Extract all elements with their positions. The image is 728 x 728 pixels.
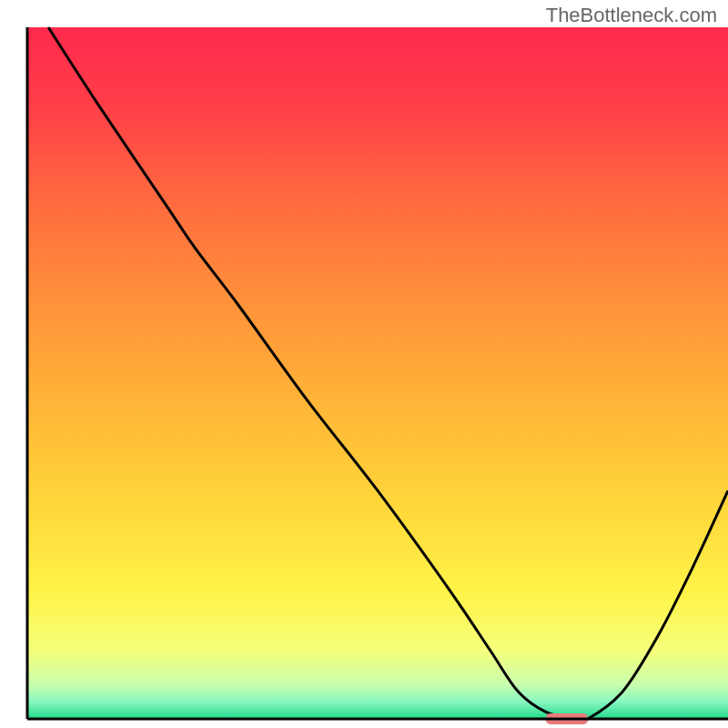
bottleneck-chart: TheBottleneck.com [0,0,728,728]
plot-background [27,27,728,719]
chart-svg [0,0,728,728]
watermark-text: TheBottleneck.com [546,4,717,27]
